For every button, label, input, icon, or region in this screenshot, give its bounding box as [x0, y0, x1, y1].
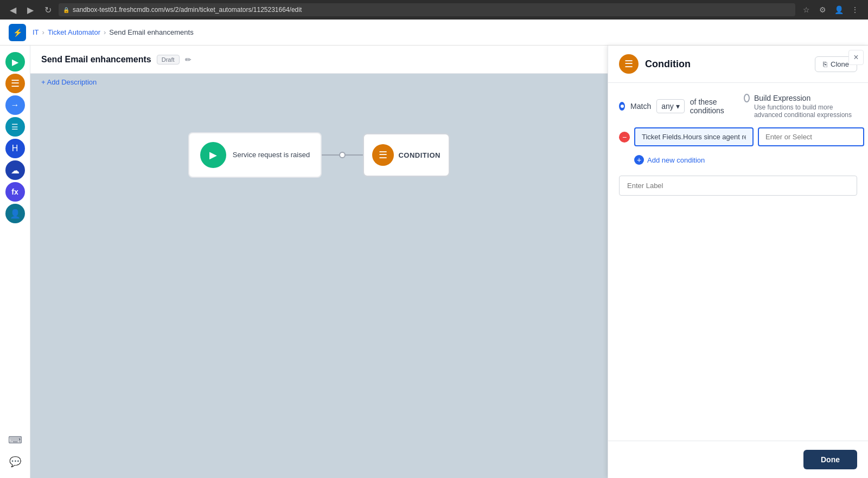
remove-condition-button[interactable]: − [619, 132, 630, 143]
main-canvas: Send Email enhancements Draft ✏ + Add De… [30, 46, 608, 478]
condition-row-1: − is greater than less than greater than… [619, 127, 857, 146]
sidebar-icon-action[interactable]: → [5, 95, 25, 115]
left-sidebar: ▶ ☰ → ☰ H ☁ fx 👤 ⌨ 💬 [0, 46, 30, 478]
sidebar-icon-user[interactable]: 👤 [5, 204, 25, 223]
panel-body: Match any ▾ of these conditions Build Ex… [608, 83, 868, 441]
close-icon: × [853, 53, 858, 62]
add-icon: + [634, 155, 644, 165]
sidebar-icon-function[interactable]: fx [5, 182, 25, 202]
sidebar-icon-code[interactable]: ⌨ [5, 430, 25, 450]
breadcrumb-it[interactable]: IT [33, 28, 39, 36]
sidebar-icon-trigger[interactable]: ▶ [5, 52, 25, 72]
extensions-button[interactable]: ⚙ [816, 3, 829, 16]
condition-label: CONDITION [398, 151, 440, 159]
bookmark-button[interactable]: ☆ [800, 3, 813, 16]
canvas-area: ▶ Service request is raised ☰ [30, 89, 608, 478]
build-expression-content: Build Expression Use functions to build … [754, 94, 857, 119]
of-these-label: of these conditions [690, 98, 727, 115]
browser-action-buttons: ☆ ⚙ 👤 ⋮ [800, 3, 861, 16]
trigger-node[interactable]: ▶ Service request is raised [188, 132, 322, 178]
any-select-value: any [661, 102, 674, 111]
condition-icon: ☰ [372, 144, 394, 166]
condition-node[interactable]: ☰ CONDITION [363, 133, 450, 177]
flow-line-1 [322, 154, 339, 156]
operator-input[interactable] [758, 127, 864, 146]
field-selector-input[interactable] [634, 127, 754, 146]
page-title: Send Email enhancements [41, 55, 151, 64]
right-panel: × ☰ Condition ⎘ Clone Match any ▾ of the… [608, 46, 868, 478]
minus-icon: − [622, 133, 627, 141]
build-expression-label: Build Expression [754, 94, 857, 102]
match-text: Match [630, 102, 651, 111]
trigger-label: Service request is raised [233, 150, 310, 160]
app-logo: ⚡ [9, 24, 26, 41]
label-input[interactable] [619, 176, 857, 196]
operator-container: is greater than less than greater than o… [758, 127, 864, 146]
panel-header: ☰ Condition ⎘ Clone [608, 46, 868, 83]
nav-back-button[interactable]: ◀ [7, 3, 20, 16]
flow-line-2 [346, 154, 363, 156]
panel-title: Condition [645, 59, 808, 70]
draft-badge: Draft [157, 55, 180, 64]
connector-1 [322, 152, 363, 158]
breadcrumb-automator[interactable]: Ticket Automator [48, 28, 100, 36]
sidebar-icon-help[interactable]: H [5, 139, 25, 158]
flow-diagram: ▶ Service request is raised ☰ [188, 132, 450, 178]
lightning-icon: ⚡ [13, 28, 22, 37]
panel-condition-icon: ☰ [619, 54, 639, 74]
sidebar-icon-filter[interactable]: ☰ [5, 117, 25, 137]
add-condition-button[interactable]: + Add new condition [634, 153, 705, 167]
page-wrapper: Send Email enhancements Draft ✏ + Add De… [30, 46, 608, 478]
breadcrumb-sep-2: › [104, 28, 106, 36]
panel-footer: Done [608, 441, 868, 478]
add-condition-label: Add new condition [647, 156, 705, 164]
build-expression-desc: Use functions to build more advanced con… [754, 104, 857, 119]
build-expression-radio[interactable] [744, 94, 750, 102]
url-text: sandbox-test01.freshcmdb.com/ws/2/admin/… [73, 6, 302, 14]
sidebar-icon-condition[interactable]: ☰ [5, 74, 25, 93]
url-security-icon: 🔒 [63, 7, 69, 13]
build-expression-section: Build Expression Use functions to build … [744, 94, 857, 119]
nav-forward-button[interactable]: ▶ [24, 3, 37, 16]
breadcrumb-current: Send Email enhancements [109, 28, 193, 36]
clone-label: Clone [831, 60, 849, 68]
match-radio-active[interactable] [619, 102, 625, 111]
edit-title-button[interactable]: ✏ [185, 55, 192, 64]
menu-button[interactable]: ⋮ [848, 3, 861, 16]
browser-chrome: ◀ ▶ ↻ 🔒 sandbox-test01.freshcmdb.com/ws/… [0, 0, 868, 20]
condition-inner: ☰ CONDITION [372, 144, 440, 166]
nav-refresh-button[interactable]: ↻ [41, 3, 54, 16]
close-panel-button[interactable]: × [848, 50, 864, 65]
breadcrumb: IT › Ticket Automator › Send Email enhan… [33, 28, 194, 36]
any-select-dropdown[interactable]: any ▾ [656, 99, 685, 113]
flow-circle [339, 152, 346, 158]
breadcrumb-sep-1: › [42, 28, 44, 36]
page-title-bar: Send Email enhancements Draft ✏ [30, 46, 608, 74]
profile-button[interactable]: 👤 [832, 3, 845, 16]
add-description-link[interactable]: + Add Description [30, 78, 608, 86]
page-layout: ▶ ☰ → ☰ H ☁ fx 👤 ⌨ 💬 Send Email enhancem… [0, 46, 868, 478]
match-row: Match any ▾ of these conditions Build Ex… [619, 94, 857, 119]
done-button[interactable]: Done [803, 450, 857, 469]
dropdown-chevron-icon: ▾ [676, 102, 680, 111]
url-bar[interactable]: 🔒 sandbox-test01.freshcmdb.com/ws/2/admi… [59, 3, 795, 16]
trigger-icon-circle: ▶ [200, 142, 226, 168]
sidebar-icon-chat[interactable]: 💬 [5, 452, 25, 471]
sidebar-icon-cloud[interactable]: ☁ [5, 160, 25, 180]
clone-icon: ⎘ [823, 60, 827, 68]
app-header: ⚡ IT › Ticket Automator › Send Email enh… [0, 20, 868, 46]
